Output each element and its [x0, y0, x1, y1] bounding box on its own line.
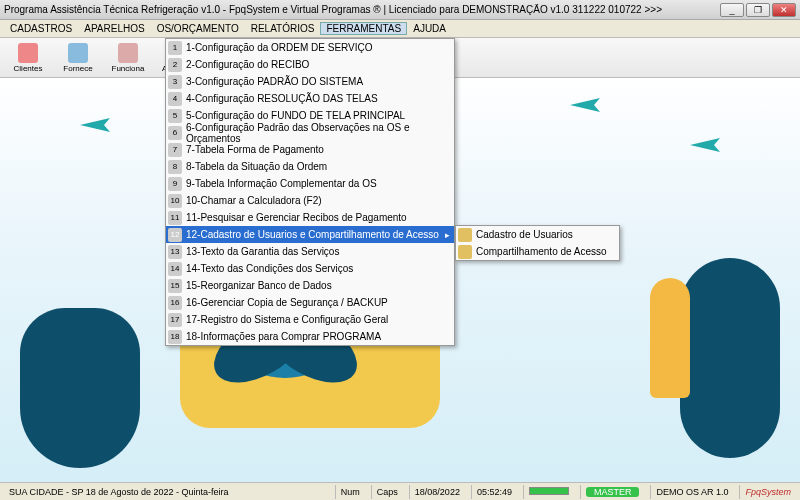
submenu-cadastro-usuarios[interactable]: Cadastro de Usuarios — [456, 226, 619, 243]
titlebar: Programa Assistência Técnica Refrigeraçã… — [0, 0, 800, 20]
submenu-label: Cadastro de Usuarios — [476, 229, 573, 240]
minimize-button[interactable]: _ — [720, 3, 744, 17]
ferramentas-item-4[interactable]: 44-Configuração RESOLUÇÃO DAS TELAS — [166, 90, 454, 107]
menu-item-icon: 9 — [168, 177, 182, 191]
ferramentas-item-11[interactable]: 1111-Pesquisar e Gerenciar Recibos de Pa… — [166, 209, 454, 226]
ferramentas-item-14[interactable]: 1414-Texto das Condições dos Serviços — [166, 260, 454, 277]
ferramentas-item-6[interactable]: 66-Configuração Padrão das Observações n… — [166, 124, 454, 141]
menu-item-label: 10-Chamar a Calculadora (F2) — [186, 195, 322, 206]
ferramentas-dropdown: 11-Configuração da ORDEM DE SERVIÇO22-Co… — [165, 38, 455, 346]
menu-item-label: 8-Tabela da Situação da Ordem — [186, 161, 327, 172]
menu-aparelhos[interactable]: APARELHOS — [78, 22, 150, 35]
menu-item-label: 3-Configuração PADRÃO DO SISTEMA — [186, 76, 363, 87]
menu-item-label: 1-Configuração da ORDEM DE SERVIÇO — [186, 42, 373, 53]
ferramentas-item-3[interactable]: 33-Configuração PADRÃO DO SISTEMA — [166, 73, 454, 90]
menu-item-icon: 8 — [168, 160, 182, 174]
menu-ajuda[interactable]: AJUDA — [407, 22, 452, 35]
status-location: SUA CIDADE - SP 18 de Agosto de 2022 - Q… — [4, 485, 329, 499]
menubar: CADASTROS APARELHOS OS/ORÇAMENTO RELATÓR… — [0, 20, 800, 38]
menu-item-label: 2-Configuração do RECIBO — [186, 59, 309, 70]
submenu-label: Compartilhamento de Acesso — [476, 246, 607, 257]
status-date: 18/08/2022 — [409, 485, 465, 499]
menu-item-icon: 6 — [168, 126, 182, 140]
toolbar-fornece[interactable]: Fornece — [54, 40, 102, 76]
menu-os-orcamento[interactable]: OS/ORÇAMENTO — [151, 22, 245, 35]
menu-item-icon: 14 — [168, 262, 182, 276]
ferramentas-item-9[interactable]: 99-Tabela Informação Complementar da OS — [166, 175, 454, 192]
menu-item-label: 16-Gerenciar Copia de Segurança / BACKUP — [186, 297, 388, 308]
toolbar-label: Fornece — [63, 64, 92, 73]
ferramentas-item-2[interactable]: 22-Configuração do RECIBO — [166, 56, 454, 73]
menu-cadastros[interactable]: CADASTROS — [4, 22, 78, 35]
menu-item-icon: 7 — [168, 143, 182, 157]
window-title: Programa Assistência Técnica Refrigeraçã… — [4, 4, 720, 15]
menu-item-label: 17-Registro do Sistema e Configuração Ge… — [186, 314, 388, 325]
menu-item-icon: 12 — [168, 228, 182, 242]
status-time: 05:52:49 — [471, 485, 517, 499]
toolbar-clientes[interactable]: Clientes — [4, 40, 52, 76]
menu-relatorios[interactable]: RELATÓRIOS — [245, 22, 321, 35]
status-brand: FpqSystem — [739, 485, 796, 499]
fornece-icon — [68, 43, 88, 63]
menu-item-label: 4-Configuração RESOLUÇÃO DAS TELAS — [186, 93, 378, 104]
clientes-icon — [18, 43, 38, 63]
menu-ferramentas[interactable]: FERRAMENTAS — [320, 22, 407, 35]
ferramentas-item-12[interactable]: 1212-Cadastro de Usuarios e Compartilham… — [166, 226, 454, 243]
menu-item-icon: 10 — [168, 194, 182, 208]
ferramentas-item-15[interactable]: 1515-Reorganizar Banco de Dados — [166, 277, 454, 294]
status-numlock: Num — [335, 485, 365, 499]
menu-item-label: 9-Tabela Informação Complementar da OS — [186, 178, 377, 189]
toolbar-label: Clientes — [14, 64, 43, 73]
status-capslock: Caps — [371, 485, 403, 499]
status-license: DEMO OS AR 1.0 — [650, 485, 733, 499]
status-user-pill: MASTER — [586, 487, 640, 497]
menu-item-icon: 16 — [168, 296, 182, 310]
paper-plane-icon — [80, 118, 110, 132]
ferramentas-item-7[interactable]: 77-Tabela Forma de Pagamento — [166, 141, 454, 158]
menu-item-icon: 3 — [168, 75, 182, 89]
menu-item-icon: 11 — [168, 211, 182, 225]
cadastro-usuarios-submenu: Cadastro de Usuarios Compartilhamento de… — [455, 225, 620, 261]
illustration-person-right — [680, 258, 780, 458]
menu-item-label: 13-Texto da Garantia das Serviços — [186, 246, 339, 257]
window-buttons: _ ❐ ✕ — [720, 3, 796, 17]
ferramentas-item-10[interactable]: 1010-Chamar a Calculadora (F2) — [166, 192, 454, 209]
close-button[interactable]: ✕ — [772, 3, 796, 17]
paper-plane-icon — [690, 138, 720, 152]
menu-item-icon: 4 — [168, 92, 182, 106]
menu-item-icon: 17 — [168, 313, 182, 327]
share-icon — [458, 245, 472, 259]
ferramentas-item-8[interactable]: 88-Tabela da Situação da Ordem — [166, 158, 454, 175]
ferramentas-item-17[interactable]: 1717-Registro do Sistema e Configuração … — [166, 311, 454, 328]
toolbar-funciona[interactable]: Funciona — [104, 40, 152, 76]
menu-item-label: 5-Configuração do FUNDO DE TELA PRINCIPA… — [186, 110, 405, 121]
menu-item-label: 11-Pesquisar e Gerenciar Recibos de Paga… — [186, 212, 407, 223]
users-icon — [458, 228, 472, 242]
maximize-button[interactable]: ❐ — [746, 3, 770, 17]
menu-item-icon: 13 — [168, 245, 182, 259]
menu-item-icon: 15 — [168, 279, 182, 293]
paper-plane-icon — [570, 98, 600, 112]
ferramentas-item-18[interactable]: 1818-Informações para Comprar PROGRAMA — [166, 328, 454, 345]
status-user: MASTER — [580, 485, 645, 499]
menu-item-label: 7-Tabela Forma de Pagamento — [186, 144, 324, 155]
menu-item-label: 14-Texto das Condições dos Serviços — [186, 263, 353, 274]
illustration-person-left — [20, 308, 140, 468]
menu-item-label: 6-Configuração Padrão das Observações na… — [186, 122, 450, 144]
submenu-compartilhamento-acesso[interactable]: Compartilhamento de Acesso — [456, 243, 619, 260]
toolbar-label: Funciona — [112, 64, 145, 73]
illustration-person-orange — [650, 278, 690, 398]
menu-item-icon: 18 — [168, 330, 182, 344]
menu-item-label: 18-Informações para Comprar PROGRAMA — [186, 331, 381, 342]
menu-item-icon: 5 — [168, 109, 182, 123]
menu-item-label: 15-Reorganizar Banco de Dados — [186, 280, 332, 291]
menu-item-icon: 1 — [168, 41, 182, 55]
ferramentas-item-1[interactable]: 11-Configuração da ORDEM DE SERVIÇO — [166, 39, 454, 56]
chevron-right-icon: ▸ — [445, 230, 450, 240]
menu-item-icon: 2 — [168, 58, 182, 72]
ferramentas-item-16[interactable]: 1616-Gerenciar Copia de Segurança / BACK… — [166, 294, 454, 311]
status-progress — [523, 485, 574, 499]
funciona-icon — [118, 43, 138, 63]
menu-item-label: 12-Cadastro de Usuarios e Compartilhamen… — [186, 229, 439, 240]
ferramentas-item-13[interactable]: 1313-Texto da Garantia das Serviços — [166, 243, 454, 260]
